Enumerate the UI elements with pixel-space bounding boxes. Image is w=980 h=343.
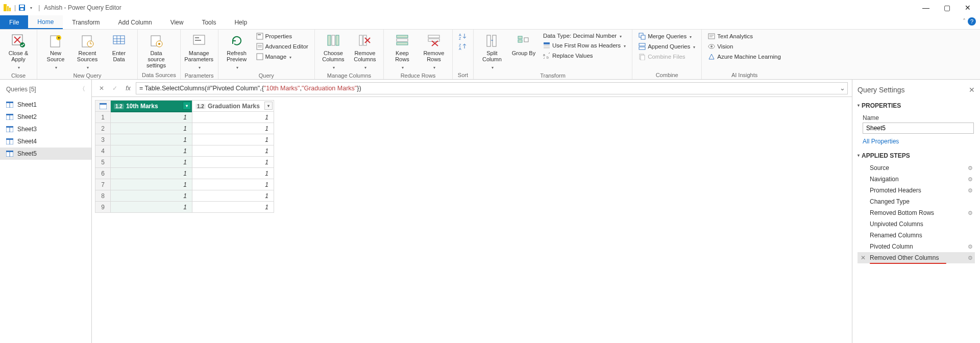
all-properties-link[interactable]: All Properties bbox=[857, 134, 899, 149]
sort-desc-button[interactable]: ZA bbox=[457, 42, 469, 51]
tab-transform[interactable]: Transform bbox=[63, 15, 109, 29]
applied-steps-title[interactable]: APPLIED STEPS bbox=[857, 149, 975, 162]
tab-help[interactable]: Help bbox=[225, 15, 256, 29]
properties-button[interactable]: Properties bbox=[254, 32, 310, 41]
remove-rows-button[interactable]: Remove Rows bbox=[420, 32, 448, 71]
query-name-input[interactable] bbox=[863, 122, 974, 134]
data-type-button[interactable]: Data Type: Decimal Number bbox=[541, 32, 628, 40]
merge-queries-button[interactable]: Merge Queries bbox=[636, 32, 697, 41]
gear-icon[interactable]: ⚙ bbox=[968, 210, 973, 216]
applied-step[interactable]: ✕Promoted Headers⚙ bbox=[857, 185, 975, 196]
cell[interactable]: 1 bbox=[111, 112, 192, 123]
filter-icon[interactable]: ▾ bbox=[264, 102, 273, 110]
applied-step[interactable]: ✕Renamed Columns bbox=[857, 230, 975, 241]
enter-data-button[interactable]: Enter Data bbox=[105, 32, 133, 63]
vision-button[interactable]: Vision bbox=[706, 42, 783, 51]
manage-query-button[interactable]: Manage bbox=[254, 52, 310, 61]
filter-icon[interactable]: ▾ bbox=[183, 102, 191, 110]
applied-step[interactable]: ✕Pivoted Column⚙ bbox=[857, 241, 975, 252]
applied-step[interactable]: ✕Unpivoted Columns bbox=[857, 218, 975, 230]
column-header-0[interactable]: 1.210th Marks▾ bbox=[111, 101, 192, 112]
row-number[interactable]: 5 bbox=[95, 157, 111, 168]
select-all-corner[interactable] bbox=[95, 101, 111, 112]
cancel-formula-button[interactable]: ✕ bbox=[96, 83, 107, 94]
cell[interactable]: 1 bbox=[111, 179, 192, 190]
close-settings-icon[interactable]: ✕ bbox=[969, 86, 975, 94]
cell[interactable]: 1 bbox=[111, 145, 192, 157]
query-item-sheet2[interactable]: Sheet2 bbox=[0, 111, 91, 123]
cell[interactable]: 1 bbox=[111, 168, 192, 179]
advanced-editor-button[interactable]: Advanced Editor bbox=[254, 42, 310, 51]
applied-step[interactable]: ✕Changed Type bbox=[857, 196, 975, 207]
save-icon[interactable] bbox=[18, 4, 26, 12]
row-number[interactable]: 7 bbox=[95, 179, 111, 190]
tab-tools[interactable]: Tools bbox=[192, 15, 225, 29]
row-number[interactable]: 3 bbox=[95, 134, 111, 145]
applied-step[interactable]: ✕Source⚙ bbox=[857, 162, 975, 174]
split-column-button[interactable]: Split Column bbox=[478, 32, 506, 71]
accept-formula-button[interactable]: ✓ bbox=[109, 83, 120, 94]
cell[interactable]: 1 bbox=[111, 157, 192, 168]
refresh-preview-button[interactable]: Refresh Preview bbox=[223, 32, 251, 71]
row-number[interactable]: 1 bbox=[95, 112, 111, 123]
row-number[interactable]: 6 bbox=[95, 168, 111, 179]
cell[interactable]: 1 bbox=[192, 179, 274, 190]
column-header-1[interactable]: 1.2Graduation Marks▾ bbox=[192, 101, 274, 112]
cell[interactable]: 1 bbox=[192, 168, 274, 179]
delete-step-icon[interactable]: ✕ bbox=[861, 254, 866, 261]
applied-step[interactable]: ✕Navigation⚙ bbox=[857, 174, 975, 185]
tab-add-column[interactable]: Add Column bbox=[109, 15, 161, 29]
cell[interactable]: 1 bbox=[192, 190, 274, 202]
tab-file[interactable]: File bbox=[0, 15, 28, 29]
data-source-settings-button[interactable]: Data source settings bbox=[142, 32, 170, 69]
row-number[interactable]: 8 bbox=[95, 190, 111, 202]
applied-step[interactable]: ✕Removed Bottom Rows⚙ bbox=[857, 207, 975, 218]
cell[interactable]: 1 bbox=[111, 190, 192, 202]
qat-dropdown-icon[interactable]: ▾ bbox=[27, 4, 35, 12]
gear-icon[interactable]: ⚙ bbox=[968, 187, 973, 194]
gear-icon[interactable]: ⚙ bbox=[968, 255, 973, 261]
keep-rows-button[interactable]: Keep Rows bbox=[388, 32, 416, 71]
cell[interactable]: 1 bbox=[192, 157, 274, 168]
cell[interactable]: 1 bbox=[192, 202, 274, 213]
cell[interactable]: 1 bbox=[192, 145, 274, 157]
cell[interactable]: 1 bbox=[111, 202, 192, 213]
collapse-ribbon-icon[interactable]: ˄ bbox=[963, 18, 966, 25]
cell[interactable]: 1 bbox=[111, 123, 192, 134]
row-number[interactable]: 9 bbox=[95, 202, 111, 213]
help-icon[interactable]: ? bbox=[968, 17, 976, 26]
row-number[interactable]: 4 bbox=[95, 145, 111, 157]
cell[interactable]: 1 bbox=[192, 112, 274, 123]
new-source-button[interactable]: ✦New Source bbox=[41, 32, 70, 71]
formula-input[interactable]: = Table.SelectColumns(#"Pivoted Column",… bbox=[136, 82, 848, 94]
close-window-button[interactable]: ✕ bbox=[965, 4, 971, 12]
append-queries-button[interactable]: Append Queries bbox=[636, 42, 697, 51]
cell[interactable]: 1 bbox=[192, 134, 274, 145]
tab-home[interactable]: Home bbox=[28, 15, 63, 29]
remove-columns-button[interactable]: Remove Columns bbox=[351, 32, 379, 71]
replace-values-button[interactable]: abReplace Values bbox=[541, 51, 628, 60]
recent-sources-button[interactable]: Recent Sources bbox=[73, 32, 102, 71]
combine-files-button[interactable]: Combine Files bbox=[636, 52, 697, 61]
minimize-button[interactable]: — bbox=[922, 4, 929, 12]
row-number[interactable]: 2 bbox=[95, 123, 111, 134]
choose-columns-button[interactable]: Choose Columns bbox=[319, 32, 348, 71]
cell[interactable]: 1 bbox=[111, 134, 192, 145]
gear-icon[interactable]: ⚙ bbox=[968, 176, 973, 183]
azure-ml-button[interactable]: Azure Machine Learning bbox=[706, 52, 783, 61]
manage-parameters-button[interactable]: Manage Parameters bbox=[185, 32, 213, 71]
group-by-button[interactable]: Group By bbox=[509, 32, 538, 57]
close-apply-button[interactable]: Close & Apply bbox=[4, 32, 33, 71]
expand-formula-icon[interactable]: ⌄ bbox=[840, 84, 845, 92]
text-analytics-button[interactable]: Text Analytics bbox=[706, 32, 783, 41]
fx-icon[interactable]: fx bbox=[122, 85, 134, 92]
first-row-headers-button[interactable]: Use First Row as Headers bbox=[541, 41, 628, 50]
gear-icon[interactable]: ⚙ bbox=[968, 165, 973, 172]
maximize-button[interactable]: ▢ bbox=[944, 4, 950, 12]
tab-view[interactable]: View bbox=[161, 15, 193, 29]
query-item-sheet4[interactable]: Sheet4 bbox=[0, 135, 91, 148]
query-item-sheet3[interactable]: Sheet3 bbox=[0, 123, 91, 135]
cell[interactable]: 1 bbox=[192, 123, 274, 134]
applied-step[interactable]: ✕Removed Other Columns⚙ bbox=[857, 252, 975, 263]
gear-icon[interactable]: ⚙ bbox=[968, 243, 973, 250]
